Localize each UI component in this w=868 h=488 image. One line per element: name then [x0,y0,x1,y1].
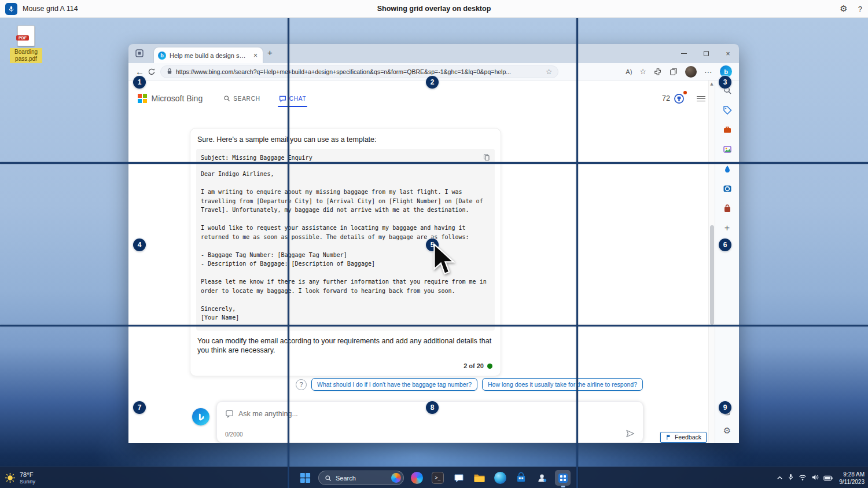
desktop-icon-label: Boarding pass.pdf [10,48,42,63]
pdf-badge: PDF [16,35,29,41]
extensions-puzzle-icon[interactable] [654,68,662,76]
message-counter: 2 of 20 [464,362,484,369]
rewards-points[interactable]: 72 [662,93,685,105]
voice-help-icon[interactable]: ? [858,5,862,13]
window-maximize-button[interactable] [695,44,717,63]
ask-input[interactable]: Ask me anything... 0/2000 [216,401,643,443]
tray-wifi-icon[interactable] [799,473,807,483]
bing-brand[interactable]: Microsoft Bing [152,94,203,103]
window-minimize-button[interactable] [673,44,695,63]
lock-icon[interactable] [167,67,172,77]
store-icon[interactable] [513,470,529,486]
voice-access-bar: Mouse grid A 114 Showing grid overlay on… [0,0,868,18]
browser-tab[interactable]: b Help me build a design specifica × [154,47,263,63]
back-icon[interactable]: ← [135,67,144,76]
active-app-icon[interactable] [555,470,571,486]
chat-teams-icon[interactable] [451,470,466,486]
bing-chat-page: Microsoft Bing SEARCH CHAT 72 [128,80,715,443]
window-close-button[interactable]: × [717,44,739,63]
terminal-glyph: >_ [432,472,444,484]
sidebar-drop-icon[interactable] [722,164,733,174]
clock-time: 9:28 AM [839,471,865,478]
bing-sidebar-icon[interactable]: b [720,65,732,78]
taskbar: 78°F Sunny Search >_ [0,467,868,488]
sidebar-tools-briefcase-icon[interactable] [722,124,733,135]
sidebar-phone-icon[interactable] [722,406,733,416]
chat-input-area: Ask me anything... 0/2000 [192,400,643,443]
suggestion-chip[interactable]: What should I do if I don't have the bag… [311,378,477,391]
browser-toolbar: ← https://www.bing.com/search?q=Help+me+… [128,63,739,80]
suggestion-row: ? What should I do if I don't have the b… [296,378,643,391]
terminal-icon[interactable]: >_ [430,470,446,486]
char-counter: 0/2000 [225,431,243,438]
voice-settings-gear-icon[interactable]: ⚙ [840,3,847,14]
email-template-block: Subject: Missing Baggage Enquiry Dear In… [196,149,495,331]
email-subject-line: Subject: Missing Baggage Enquiry [201,155,312,161]
profile-avatar[interactable] [685,66,697,78]
pdf-file-icon: PDF [17,25,35,46]
bing-favicon: b [158,52,166,60]
help-icon[interactable]: ? [296,379,307,390]
search-highlight-icon [391,473,401,483]
desktop-icon-boarding-pass[interactable]: PDF Boarding pass.pdf [8,25,44,63]
status-dot [487,364,492,369]
search-placeholder: Search [336,475,387,482]
bookmark-star-icon[interactable]: ☆ [546,68,552,76]
tab-chat[interactable]: CHAT [279,89,307,108]
hamburger-menu-icon[interactable] [697,96,705,101]
new-tab-button[interactable]: + [267,47,273,57]
tray-mic-icon[interactable] [788,473,794,483]
favorites-star-icon[interactable]: ☆ [639,67,646,76]
people-icon[interactable] [534,470,550,486]
sidebar-shopping-bag-icon[interactable] [722,203,733,214]
voice-status-text: Showing grid overlay on desktop [377,5,491,13]
tab-search[interactable]: SEARCH [223,89,260,108]
sidebar-outlook-icon[interactable] [722,184,733,194]
workspaces-icon[interactable] [135,49,144,60]
screen: PDF Boarding pass.pdf Mouse grid A 114 S… [0,0,868,488]
suggestion-chip[interactable]: How long does it usually take for the ai… [482,378,643,391]
microsoft-logo-icon [138,94,147,103]
sidebar-add-icon[interactable]: + [722,223,733,233]
edge-icon[interactable] [492,470,508,486]
taskbar-clock[interactable]: 9:28 AM 9/11/2023 [839,471,865,486]
copy-icon[interactable] [483,153,490,162]
microphone-icon[interactable] [5,3,17,15]
copilot-icon[interactable] [409,470,425,486]
bing-chat-logo-icon [192,408,209,425]
read-aloud-icon[interactable]: A) [626,68,632,75]
collections-icon[interactable] [670,68,678,76]
feedback-label: Feedback [675,434,701,441]
response-intro-text: Sure. Here's a sample email you can use … [197,135,494,144]
points-value: 72 [662,94,670,102]
more-menu-icon[interactable]: ⋯ [704,67,712,76]
weather-temp: 78°F [20,471,35,478]
sidebar-search-icon[interactable] [722,85,733,96]
address-bar[interactable]: https://www.bing.com/search?q=Help+me+bu… [160,65,558,78]
refresh-icon[interactable] [148,68,156,76]
tray-volume-icon[interactable] [811,473,819,483]
start-button[interactable] [297,470,313,486]
voice-command-label: Mouse grid A 114 [23,5,78,13]
url-text: https://www.bing.com/search?q=Help+me+bu… [176,68,542,75]
page-scrollbar[interactable]: ▲ [708,80,715,443]
widgets-weather-button[interactable]: 78°F Sunny [5,467,35,488]
send-icon[interactable] [626,429,635,438]
file-explorer-icon[interactable] [472,470,487,486]
sidebar-shopping-tag-icon[interactable] [722,105,733,115]
response-outro-text: You can modify the email according to yo… [197,336,494,356]
scrollbar-up-icon[interactable]: ▲ [709,82,715,86]
feedback-button[interactable]: Feedback [660,432,707,443]
tab-strip: b Help me build a design specifica × + × [128,44,739,63]
tray-battery-icon[interactable] [823,473,833,483]
taskbar-search-box[interactable]: Search [318,471,404,485]
email-body-text: Dear Indigo Airlines, I am writing to en… [201,170,490,322]
tab-search-label: SEARCH [233,96,260,102]
tray-chevron-up-icon[interactable] [777,473,783,483]
sidebar-image-creator-icon[interactable] [722,144,733,155]
tab-close-icon[interactable]: × [252,52,259,60]
scrollbar-thumb[interactable] [710,225,714,325]
sidebar-settings-gear-icon[interactable]: ⚙ [722,425,733,436]
tab-chat-label: CHAT [289,96,307,102]
input-placeholder: Ask me anything... [238,410,298,418]
